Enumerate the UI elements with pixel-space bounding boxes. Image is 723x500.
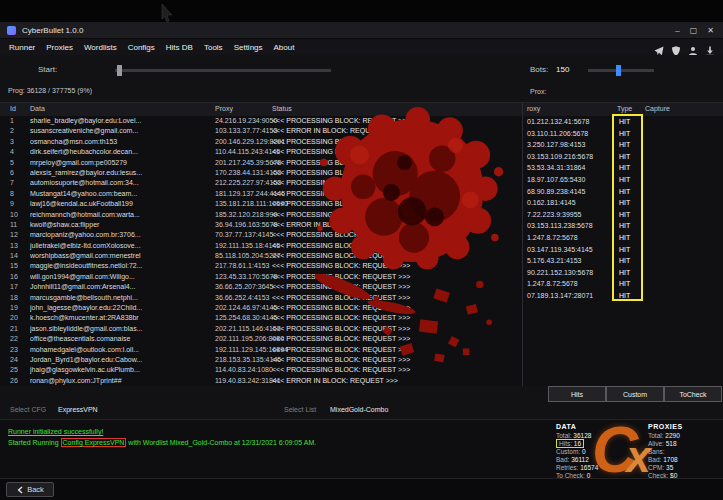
stat-value: 1708 bbox=[663, 456, 677, 463]
table-row[interactable]: 14worshipbass@gmail.com:menestrel85.118.… bbox=[0, 251, 522, 261]
hit-row[interactable]: 01.212.132.41:5678HIT bbox=[523, 116, 723, 128]
hit-row[interactable]: 03.153.113.238:5678HIT bbox=[523, 220, 723, 232]
table-row[interactable]: 4dirk.seifert@heubachcolor.decan...110.4… bbox=[0, 147, 522, 157]
stat-value: 35 bbox=[666, 464, 673, 471]
hit-row[interactable]: 03.153.109.216:5678HIT bbox=[523, 151, 723, 163]
row-data: kwolf@shaw.ca:flipper bbox=[30, 220, 213, 230]
table-row[interactable]: 16will.gon1994@gmail.com:Wiligo...123.45… bbox=[0, 272, 522, 282]
menu-item-wordlists[interactable]: Wordlists bbox=[84, 43, 117, 52]
results-tab-custom[interactable]: Custom bbox=[606, 386, 664, 402]
table-row[interactable]: 2susanscreativeniche@gmail.com...103.133… bbox=[0, 126, 522, 136]
telegram-icon[interactable] bbox=[654, 42, 664, 52]
table-row[interactable]: 8Mustangat14@yahoo.com:beam...181.129.13… bbox=[0, 189, 522, 199]
table-row[interactable]: 10reichmannch@hotmail.com:warta...185.32… bbox=[0, 210, 522, 220]
table-row[interactable]: 20k.hoesch@kmucenter.at:2RA838br125.254.… bbox=[0, 313, 522, 323]
hit-row[interactable]: 53.53.34.31:31864HIT bbox=[523, 162, 723, 174]
hit-row[interactable]: 7.22.223.9:39955HIT bbox=[523, 209, 723, 221]
bots-slider[interactable] bbox=[588, 69, 654, 72]
hit-row[interactable]: 03.110.11.206:5678HIT bbox=[523, 128, 723, 140]
hits-column-header-proxy[interactable]: roxy bbox=[527, 105, 540, 112]
column-header-data[interactable]: Data bbox=[30, 105, 45, 112]
hit-row[interactable]: 03.147.119.345:4145HIT bbox=[523, 244, 723, 256]
table-row[interactable]: 18marcusgamble@bellsouth.netphi...36.66.… bbox=[0, 293, 522, 303]
row-data: maggie@insideoutfitness.netlol:72... bbox=[30, 261, 213, 271]
row-status: <<< PROCESSING BLOCK: REQUEST >>> bbox=[272, 313, 520, 323]
row-status: <<< PROCESSING BLOCK: REQUEST >>> bbox=[272, 210, 520, 220]
back-button[interactable]: Back bbox=[6, 482, 54, 497]
row-data: sharlie_bradley@baylor.edu:Lovel... bbox=[30, 116, 213, 126]
row-id: 3 bbox=[10, 137, 28, 147]
row-status: <<< PROCESSING BLOCK: REQUEST >>> bbox=[272, 324, 520, 334]
row-data: mrpeloy@gmail.com:pe005279 bbox=[30, 158, 213, 168]
row-status: <<< PROCESSING BLOCK: REQUEST >>> bbox=[272, 272, 520, 282]
select-list-button[interactable]: Select List bbox=[284, 406, 316, 413]
start-slider-handle[interactable] bbox=[117, 65, 122, 76]
row-data: k.hoesch@kmucenter.at:2RA838br bbox=[30, 313, 213, 323]
column-header-proxy[interactable]: Proxy bbox=[215, 105, 233, 112]
row-data: Jordan_Byrd1@baylor.edu:Cabow... bbox=[30, 355, 213, 365]
hit-row[interactable]: 18.97.107.65:5430HIT bbox=[523, 174, 723, 186]
bots-slider-handle[interactable] bbox=[616, 65, 621, 76]
config-annotation-box: Config ExpressVPN bbox=[61, 438, 127, 447]
main-area: Id Data Proxy Status 1sharlie_bradley@ba… bbox=[0, 103, 723, 386]
table-row[interactable]: 7automiosuporte@hotmail.com:34...212.225… bbox=[0, 178, 522, 188]
start-slider[interactable] bbox=[115, 69, 331, 72]
row-id: 16 bbox=[10, 272, 28, 282]
table-row[interactable]: 9lawj16@kendal.ac.ukFootball199135.181.2… bbox=[0, 199, 522, 209]
column-header-id[interactable]: Id bbox=[10, 105, 16, 112]
table-row[interactable]: 5mrpeloy@gmail.com:pe005279201.217.245.3… bbox=[0, 158, 522, 168]
log-area: Runner initialized successfully! Started… bbox=[8, 428, 548, 446]
table-row[interactable]: 1sharlie_bradley@baylor.edu:Lovel...24.2… bbox=[0, 116, 522, 126]
select-cfg-button[interactable]: Select CFG bbox=[10, 406, 46, 413]
table-row[interactable]: 3osmancha@msn.com:th153200.146.229.129:8… bbox=[0, 137, 522, 147]
hit-type: HIT bbox=[619, 197, 643, 209]
user-icon[interactable] bbox=[688, 42, 698, 52]
row-status: <<< PROCESSING BLOCK: REQUEST >>> bbox=[272, 293, 520, 303]
shield-icon[interactable] bbox=[671, 42, 681, 52]
hit-row[interactable]: 3.250.127.98:4153HIT bbox=[523, 139, 723, 151]
hit-row[interactable]: 1.247.8.72:5678HIT bbox=[523, 232, 723, 244]
table-row[interactable]: 24Jordan_Byrd1@baylor.edu:Cabow...218.15… bbox=[0, 355, 522, 365]
hit-row[interactable]: 1.247.8.72:5678HIT bbox=[523, 278, 723, 290]
hits-column-header-type[interactable]: Type bbox=[617, 105, 632, 112]
hit-row[interactable]: 68.90.89.238:4145HIT bbox=[523, 186, 723, 198]
table-row[interactable]: 19john_lagesse@baylor.edu:22Child...202.… bbox=[0, 303, 522, 313]
results-tab-hits[interactable]: Hits bbox=[548, 386, 606, 402]
row-status: <<< PROCESSING BLOCK: REQUEST >>> bbox=[272, 334, 520, 344]
results-tab-tocheck[interactable]: ToCheck bbox=[664, 386, 722, 402]
menu-item-hits-db[interactable]: Hits DB bbox=[166, 43, 193, 52]
table-row[interactable]: 13julietrakel@elbiz-ltd.comXolosove...19… bbox=[0, 241, 522, 251]
row-status: <<< PROCESSING BLOCK: REQUEST >>> bbox=[272, 261, 520, 271]
table-row[interactable]: 12marciopaniz@yahoo.com.br:3706...70.37.… bbox=[0, 230, 522, 240]
hit-row[interactable]: 0.162.181:4145HIT bbox=[523, 197, 723, 209]
close-button[interactable]: ✕ bbox=[707, 26, 714, 35]
hit-type: HIT bbox=[619, 267, 643, 279]
menu-item-tools[interactable]: Tools bbox=[204, 43, 223, 52]
menu-item-configs[interactable]: Configs bbox=[128, 43, 155, 52]
minimize-button[interactable]: – bbox=[675, 26, 679, 35]
row-data: Mustangat14@yahoo.com:beam... bbox=[30, 189, 213, 199]
table-row[interactable]: 17Johnhill11@gmail.com:Arsenal4...36.66.… bbox=[0, 282, 522, 292]
download-icon[interactable] bbox=[705, 42, 715, 52]
table-row[interactable]: 23mohamedgalel@outlook.com:l.oll...192.1… bbox=[0, 345, 522, 355]
table-row[interactable]: 25jhaig@glasgowkelvin.ac.ukPlumb...114.4… bbox=[0, 365, 522, 375]
menu-item-runner[interactable]: Runner bbox=[9, 43, 35, 52]
hit-row[interactable]: 5.176.43.21:4153HIT bbox=[523, 255, 723, 267]
maximize-button[interactable]: ▢ bbox=[690, 26, 698, 35]
menu-item-about[interactable]: About bbox=[274, 43, 295, 52]
table-row[interactable]: 26ronan@phylux.com:JTprint##119.40.83.24… bbox=[0, 376, 522, 386]
stat-line: Alive: 518 bbox=[648, 440, 683, 448]
menu-item-proxies[interactable]: Proxies bbox=[46, 43, 73, 52]
table-row[interactable]: 6alexsis_ramirez@baylor.edu:lesus...170.… bbox=[0, 168, 522, 178]
column-header-status[interactable]: Status bbox=[272, 105, 292, 112]
hits-column-header-capture[interactable]: Capture bbox=[645, 105, 670, 112]
hit-row[interactable]: 90.221.152.130:5678HIT bbox=[523, 267, 723, 279]
hit-type: HIT bbox=[619, 162, 643, 174]
table-row[interactable]: 21jason.sibleyliddle@gmail.com:blas...20… bbox=[0, 324, 522, 334]
controls-strip: Start: Bots: 150 Prog: 36128 / 377755 (9… bbox=[0, 55, 723, 103]
hit-row[interactable]: 07.189.13.147:28071HIT bbox=[523, 290, 723, 302]
table-row[interactable]: 15maggie@insideoutfitness.netlol:72...21… bbox=[0, 261, 522, 271]
table-row[interactable]: 11kwolf@shaw.ca:flipper36.94.196.163:567… bbox=[0, 220, 522, 230]
table-row[interactable]: 22office@theascentials.comanaise202.111.… bbox=[0, 334, 522, 344]
menu-item-settings[interactable]: Settings bbox=[234, 43, 263, 52]
